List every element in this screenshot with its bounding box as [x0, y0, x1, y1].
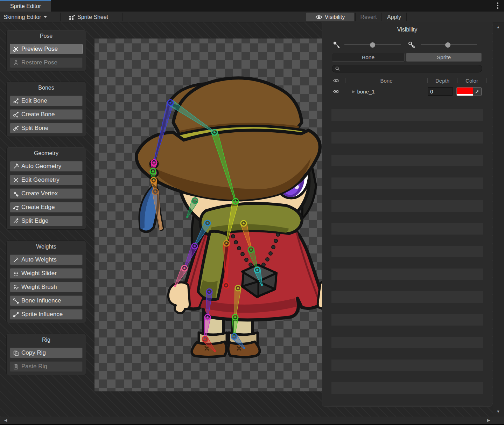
bone-name-label: bone_1 [357, 89, 428, 95]
search-input[interactable] [342, 65, 479, 72]
edit-bone-icon [13, 98, 19, 104]
scroll-up-arrow[interactable]: ▲ [496, 25, 500, 29]
create-vertex-button[interactable]: Create Vertex [10, 188, 83, 199]
header-depth-column[interactable]: Depth [428, 76, 457, 85]
bone-tip-hand_l[interactable] [174, 285, 176, 287]
edit-geometry-button[interactable]: Edit Geometry [10, 175, 83, 185]
split-bone-button[interactable]: Split Bone [10, 123, 83, 133]
auto-geometry-icon [13, 163, 19, 169]
bone-tip-hair_lock[interactable] [186, 216, 188, 218]
weight-slider-button[interactable]: Weight Slider [10, 268, 83, 279]
vertical-scrollbar[interactable]: ▲ ▼ [493, 22, 504, 417]
auto-weights-button[interactable]: Auto Weights [10, 255, 83, 265]
alpha-bar [457, 94, 473, 96]
eye-icon [333, 89, 340, 94]
apply-button[interactable]: Apply [383, 12, 405, 22]
eye-icon [333, 78, 340, 83]
section-title-bones: Bones [10, 85, 83, 91]
split-edge-button[interactable]: Split Edge [10, 216, 83, 226]
paste-rig-button[interactable]: Paste Rig [10, 361, 83, 372]
scroll-down-arrow[interactable]: ▼ [496, 410, 500, 413]
revert-button[interactable]: Revert [356, 12, 381, 22]
scroll-right-arrow[interactable]: ▶ [487, 418, 490, 422]
create-edge-button[interactable]: Create Edge [10, 202, 83, 212]
weights-section: Weights Auto Weights Weight Slider Weigh… [6, 241, 86, 323]
weight-slider-icon [13, 271, 19, 277]
section-title-rig: Rig [10, 337, 83, 343]
bone-joint-center [194, 200, 196, 202]
row-visibility-toggle[interactable] [327, 89, 345, 94]
auto-geometry-button[interactable]: Auto Geometry [10, 161, 83, 172]
sprite-influence-button[interactable]: Sprite Influence [10, 309, 83, 320]
sprite-influence-icon [13, 312, 19, 318]
toolbar-separator [122, 13, 123, 21]
sprite-sheet-icon [69, 14, 75, 20]
restore-pose-button[interactable]: Restore Pose [10, 57, 83, 68]
visibility-toggle-button[interactable]: Visibility [306, 13, 354, 21]
bone-joint-center [243, 222, 245, 224]
color-swatch[interactable] [457, 88, 473, 96]
copy-rig-button[interactable]: Copy Rig [10, 348, 83, 358]
header-color-column[interactable]: Color [457, 76, 486, 85]
sprite-canvas[interactable] [94, 39, 322, 391]
toolbar-separator [382, 13, 382, 21]
tab-title: Sprite Editor [10, 3, 41, 9]
preview-pose-button[interactable]: Preview Pose [10, 44, 83, 54]
character-sprite [94, 39, 322, 391]
tab-sprite-editor[interactable]: Sprite Editor [0, 0, 51, 12]
bone-opacity-icon [332, 41, 342, 49]
bone-joint-center [183, 267, 186, 269]
tab-bone[interactable]: Bone [332, 53, 405, 62]
skinning-editor-dropdown[interactable]: Skinning Editor [4, 12, 47, 22]
toolbar-separator [406, 13, 407, 21]
weight-brush-button[interactable]: Weight Brush [10, 282, 83, 292]
bone-color-field[interactable] [456, 87, 482, 96]
bone-tip-foot_r[interactable] [243, 347, 245, 349]
bone-tip-hand_r[interactable] [261, 284, 263, 286]
bone-joint-center [206, 222, 209, 224]
sprite-sheet-button[interactable]: Sprite Sheet [69, 12, 108, 22]
sprite-opacity-icon [407, 41, 416, 49]
bone-joint-center [234, 200, 237, 202]
tab-sprite[interactable]: Sprite [406, 53, 482, 62]
depth-input[interactable] [428, 87, 453, 96]
pose-section: Pose Preview Pose Restore Pose [6, 30, 86, 71]
header-bone-column[interactable]: Bone [345, 76, 427, 85]
header-separator [486, 78, 486, 83]
visibility-panel-title: Visibility [322, 27, 492, 33]
section-title-geometry: Geometry [10, 150, 83, 156]
bone-influence-button[interactable]: Bone Influence [10, 295, 83, 306]
sprite-opacity-slider-knob[interactable] [445, 42, 450, 48]
bone-joint-center [225, 242, 227, 244]
bone-joint-center [153, 161, 155, 163]
restore-pose-icon [13, 60, 19, 66]
eyedropper-button[interactable] [473, 88, 481, 96]
search-field[interactable] [332, 65, 482, 72]
expand-arrow-icon[interactable]: ▶ [352, 89, 355, 94]
bone-joint-center [154, 190, 156, 193]
paste-rig-icon [13, 364, 19, 370]
auto-weights-icon [13, 257, 19, 263]
bone-row[interactable]: ▶ bone_1 [327, 85, 486, 98]
bone-influence-icon [13, 298, 19, 304]
bone-joint-center [204, 338, 206, 340]
kebab-menu-icon[interactable] [497, 2, 498, 9]
create-bone-button[interactable]: Create Bone [10, 109, 83, 120]
title-bar: Sprite Editor [0, 0, 504, 12]
search-icon [335, 66, 340, 71]
bone-joint-center [152, 170, 154, 172]
bone-joint-center [237, 287, 239, 289]
toolbar: Skinning Editor Sprite Sheet Visibility … [0, 12, 504, 22]
create-vertex-icon [13, 191, 19, 197]
bone-joint-center [206, 316, 209, 318]
edit-geometry-icon [13, 177, 19, 183]
bone-tip-foot_l[interactable] [214, 350, 216, 352]
bone-opacity-slider-knob[interactable] [370, 42, 375, 48]
bone-tip-tail_strap[interactable] [159, 228, 161, 230]
edit-bone-button[interactable]: Edit Bone [10, 96, 83, 106]
split-bone-icon [13, 125, 19, 131]
horizontal-scrollbar[interactable]: ◀ ▶ [0, 417, 504, 424]
header-visibility-cell[interactable] [327, 76, 345, 85]
eyedropper-icon [475, 89, 480, 94]
scroll-left-arrow[interactable]: ◀ [4, 418, 7, 422]
